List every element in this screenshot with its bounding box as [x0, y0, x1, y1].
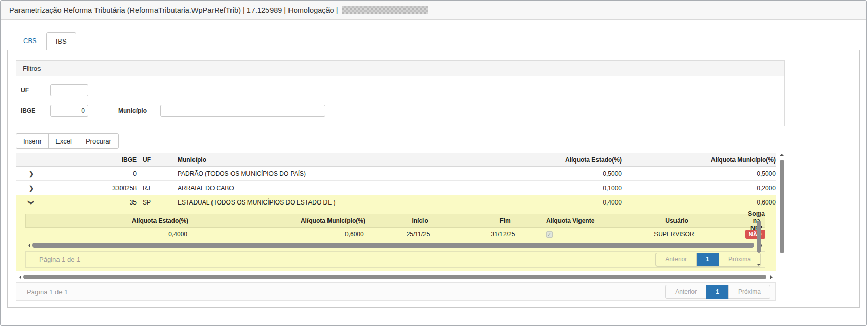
detail-cell-fim: 31/12/25: [466, 231, 539, 238]
filters-title: Filtros: [16, 61, 784, 76]
row-detail-panel: Alíquota Estado(%) Alíquota Município(%)…: [16, 210, 776, 271]
cell-municipio: ESTADUAL (TODOS OS MUNICÍPIOS DO ESTADO …: [172, 199, 432, 206]
col-header-ibge: IBGE: [47, 156, 137, 163]
app-window: Parametrização Reforma Tributária (Refor…: [0, 0, 867, 326]
detail-proxima-button[interactable]: Próxima: [719, 253, 761, 267]
cell-uf: RJ: [137, 185, 172, 192]
detail-col-usuario: Usuário: [606, 217, 748, 224]
cell-aliquota-municipio: 0,5000: [622, 170, 776, 177]
scrollbar-thumb[interactable]: [23, 275, 766, 279]
grid-header-row: IBGE UF Município Alíquota Estado(%) Alí…: [16, 153, 776, 167]
table-row: ❯ 0 PADRÃO (TODOS OS MUNICÍPIOS DO PAÍS)…: [16, 167, 776, 181]
ibge-input[interactable]: [50, 105, 88, 117]
detail-horizontal-scrollbar: [25, 242, 765, 249]
scroll-up-icon[interactable]: [757, 215, 761, 217]
col-header-uf: UF: [137, 156, 172, 163]
uf-label: UF: [21, 87, 50, 94]
detail-col-aliquota-estado: Alíquota Estado(%): [26, 217, 188, 224]
detail-subtable: Alíquota Estado(%) Alíquota Município(%)…: [25, 214, 765, 241]
detail-vertical-scrollbar: [756, 214, 762, 267]
cell-ibge: 35: [47, 199, 137, 206]
grid-horizontal-scrollbar: [16, 274, 776, 281]
scroll-left-icon[interactable]: [17, 275, 21, 279]
scrollbar-thumb[interactable]: [32, 243, 754, 248]
grid-vertical-scrollbar: [779, 153, 785, 271]
expand-row-icon[interactable]: ❯: [29, 185, 34, 192]
redacted-user-info: [342, 6, 428, 14]
detail-cell-usuario: SUPERVISOR: [603, 231, 745, 238]
cell-municipio: ARRAIAL DO CABO: [172, 185, 432, 192]
parametrizacao-grid: IBGE UF Município Alíquota Estado(%) Alí…: [16, 153, 776, 271]
cell-ibge: 3300258: [47, 185, 137, 192]
tab-cbs[interactable]: CBS: [14, 32, 46, 50]
detail-col-fim: Fim: [468, 217, 542, 224]
detail-cell-aliquota-municipio: 0,6000: [187, 231, 370, 238]
expand-row-icon[interactable]: ❯: [29, 170, 34, 177]
table-row: ❯ 3300258 RJ ARRAIAL DO CABO 0,1000 0,20…: [16, 181, 776, 195]
aliquota-vigente-checkbox[interactable]: ✓: [546, 231, 553, 238]
cell-aliquota-estado: 0,5000: [432, 170, 622, 177]
grid-pager: Anterior 1 Próxima: [665, 285, 770, 299]
detail-data-row: 0,4000 0,6000 25/11/25 31/12/25 ✓ SUPERV…: [25, 228, 765, 241]
page-label: Página 1 de 1: [27, 288, 68, 296]
filters-body: UF IBGE Município: [16, 76, 784, 126]
detail-header-row: Alíquota Estado(%) Alíquota Município(%)…: [25, 214, 765, 228]
proxima-button[interactable]: Próxima: [728, 285, 770, 299]
cell-aliquota-municipio: 0,2000: [622, 185, 776, 192]
scroll-right-icon[interactable]: [770, 275, 775, 279]
excel-button[interactable]: Excel: [48, 133, 79, 149]
filters-box: Filtros UF IBGE Município: [16, 60, 785, 126]
scrollbar-thumb[interactable]: [780, 160, 784, 253]
tab-ibs[interactable]: IBS: [46, 32, 76, 50]
detail-page-label: Página 1 de 1: [39, 256, 80, 263]
tab-bar: CBS IBS: [14, 32, 866, 50]
inserir-button[interactable]: Inserir: [16, 133, 49, 149]
cell-uf: SP: [137, 199, 172, 206]
detail-cell-inicio: 25/11/25: [370, 231, 467, 238]
municipio-label: Município: [118, 107, 160, 114]
detail-anterior-button[interactable]: Anterior: [655, 253, 697, 267]
procurar-button[interactable]: Procurar: [79, 133, 119, 149]
uf-input[interactable]: [50, 84, 88, 96]
col-header-municipio: Município: [172, 156, 432, 163]
detail-pagination-footer: Página 1 de 1 Anterior 1 Próxima: [25, 251, 765, 268]
municipio-input[interactable]: [160, 105, 325, 117]
col-header-aliquota-estado: Alíquota Estado(%): [432, 156, 622, 163]
page-1-button[interactable]: 1: [706, 285, 729, 299]
anterior-button[interactable]: Anterior: [665, 285, 706, 299]
scroll-up-icon[interactable]: [780, 154, 784, 156]
collapse-row-icon[interactable]: ❯: [28, 200, 35, 205]
cell-aliquota-estado: 0,1000: [432, 185, 622, 192]
detail-page-1-button[interactable]: 1: [696, 253, 719, 267]
ibge-label: IBGE: [21, 107, 50, 114]
detail-cell-aliquota-estado: 0,4000: [25, 231, 187, 238]
grid-pagination-footer: Página 1 de 1 Anterior 1 Próxima: [16, 282, 776, 301]
scroll-left-icon[interactable]: [26, 243, 30, 248]
cell-ibge: 0: [47, 170, 137, 177]
detail-col-inicio: Início: [372, 217, 468, 224]
table-row-expanded: ❯ 35 SP ESTADUAL (TODOS OS MUNICÍPIOS DO…: [16, 195, 776, 210]
detail-pager: Anterior 1 Próxima: [655, 253, 761, 267]
cell-aliquota-estado: 0,4000: [432, 199, 622, 206]
detail-col-aliquota-vigente: Alíquota Vigente: [542, 217, 606, 224]
tab-panel-ibs: Filtros UF IBGE Município Inserir Excel …: [7, 50, 860, 308]
grid-toolbar: Inserir Excel Procurar: [16, 133, 851, 149]
cell-aliquota-municipio: 0,6000: [622, 199, 776, 206]
scroll-down-icon[interactable]: [757, 264, 761, 266]
scrollbar-thumb[interactable]: [757, 221, 761, 253]
cell-municipio: PADRÃO (TODOS OS MUNICÍPIOS DO PAÍS): [172, 170, 432, 177]
col-header-aliquota-municipio: Alíquota Município(%): [622, 156, 776, 163]
detail-col-aliquota-municipio: Alíquota Município(%): [188, 217, 372, 224]
page-title: Parametrização Reforma Tributária (Refor…: [9, 6, 338, 14]
window-title-bar: Parametrização Reforma Tributária (Refor…: [1, 1, 866, 20]
